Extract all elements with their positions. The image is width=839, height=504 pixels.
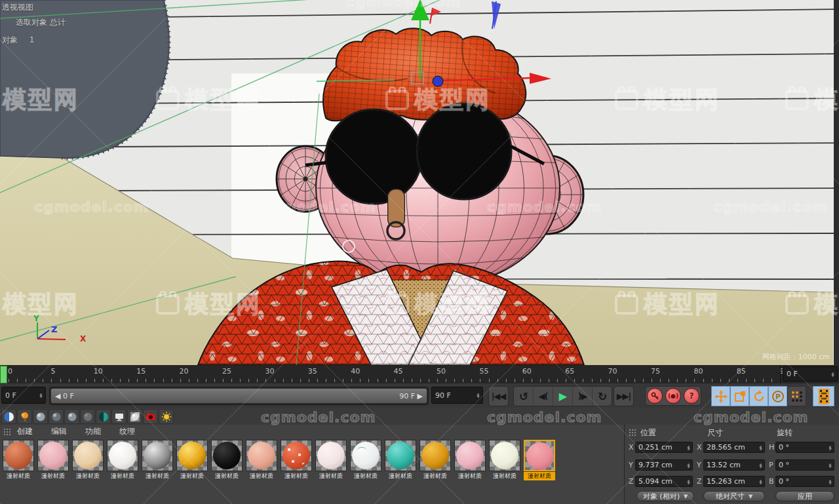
end-frame-value[interactable]: 90 F [435, 391, 475, 400]
make-preview-button[interactable] [813, 386, 834, 406]
rot-p-field[interactable]: 0 °▲▼ [775, 459, 834, 471]
view-label[interactable]: 透视视图 [2, 2, 33, 13]
material-swatch[interactable]: 漫射材质 [72, 440, 104, 480]
pos-y-field[interactable]: 9.737 cm▲▼ [635, 459, 693, 471]
render-sphere-4-button[interactable] [80, 409, 95, 424]
material-sphere-preview [317, 442, 345, 469]
playhead-marker[interactable] [0, 366, 7, 383]
viewport-right-edge [834, 0, 839, 365]
grid-spacing-info: 网格间距：1000 cm [762, 352, 830, 362]
display-mode-button[interactable] [111, 409, 127, 424]
material-swatch[interactable]: 漫射材质 [142, 440, 173, 480]
rot-h-field[interactable]: 0 °▲▼ [775, 442, 834, 453]
scene-canvas: Y Z X [0, 0, 839, 365]
spinner-icon[interactable]: ▲▼ [831, 372, 834, 377]
timeline-range-slider[interactable]: ◀ 0 F 90 F ▶ [49, 387, 429, 405]
render-view-button[interactable] [1, 409, 16, 424]
ruler-frame-value[interactable]: 0 F [787, 370, 829, 378]
next-key-button[interactable]: )▶ [573, 387, 593, 406]
panel-grip-icon[interactable] [629, 429, 636, 436]
menu-edit[interactable]: 编辑 [51, 426, 67, 437]
spinner-icon[interactable]: ▲▼ [477, 393, 479, 398]
material-swatch[interactable]: 漫射材质 [524, 440, 555, 480]
goto-start-icon: |◀◀ [492, 391, 506, 401]
material-swatch[interactable]: 漫射材质 [315, 440, 347, 480]
goto-end-button[interactable]: ▶▶| [614, 387, 633, 406]
gizmo-center-dot[interactable] [433, 76, 443, 87]
svg-text:P: P [775, 393, 780, 401]
material-label: 漫射材质 [107, 472, 138, 480]
pos-z-field[interactable]: 5.094 cm▲▼ [635, 476, 693, 487]
size-x-field[interactable]: 28.565 cm▲▼ [703, 442, 765, 453]
material-sphere-preview [387, 442, 414, 469]
pos-x-field[interactable]: 0.251 cm▲▼ [635, 442, 693, 453]
prev-key-button[interactable]: ◀( [534, 387, 553, 406]
keyframe-options-button[interactable]: ? [682, 387, 701, 405]
material-swatch[interactable]: 漫射材质 [107, 440, 138, 480]
play-button[interactable]: ▶ [553, 387, 573, 406]
material-swatch[interactable]: 漫射材质 [281, 440, 312, 480]
menu-create[interactable]: 创建 [17, 426, 33, 437]
current-frame-value[interactable]: 0 F [5, 391, 37, 400]
material-swatch[interactable]: 漫射材质 [176, 440, 208, 480]
render-settings-icon [98, 412, 109, 422]
render-settings-button[interactable] [96, 409, 111, 424]
rotate-tool-button[interactable] [749, 386, 768, 406]
material-label: 漫射材质 [246, 472, 277, 480]
material-swatch[interactable]: 漫射材质 [385, 440, 416, 480]
film-strip-icon [818, 389, 830, 404]
material-list: 漫射材质漫射材质漫射材质漫射材质漫射材质漫射材质漫射材质漫射材质漫射材质漫射材质… [3, 440, 555, 480]
scale-tool-button[interactable] [730, 386, 749, 406]
autokey-button[interactable]: (●) [664, 387, 682, 405]
record-key-button[interactable] [646, 387, 664, 405]
size-z-field[interactable]: 15.263 cm▲▼ [703, 476, 765, 487]
play-forward-button[interactable]: ↻ [593, 387, 612, 406]
move-tool-button[interactable] [711, 386, 730, 406]
goto-start-button[interactable]: |◀◀ [489, 387, 508, 406]
menu-function[interactable]: 功能 [85, 426, 101, 437]
ruler-frame-field[interactable]: 0 F ▲▼ [783, 366, 838, 381]
size-y-field[interactable]: 13.52 cm▲▼ [703, 459, 765, 471]
ruler-tick-label: 50 [437, 367, 446, 376]
material-swatch[interactable]: 漫射材质 [211, 440, 243, 480]
transport-bar: 0 F ▲▼ ◀ 0 F 90 F ▶ 90 F ▲▼ |◀◀ ↺ ◀( ▶ )… [0, 383, 839, 408]
material-swatch[interactable]: 漫射材质 [454, 440, 486, 480]
spinner-icon[interactable]: ▲▼ [39, 393, 42, 398]
snap-grid-button[interactable] [787, 386, 806, 406]
menu-texture[interactable]: 纹理 [119, 426, 135, 437]
size-mode-dropdown[interactable]: 绝对尺寸▼ [703, 491, 765, 501]
rotate-icon [752, 390, 766, 403]
panel-grip-icon[interactable] [3, 428, 11, 435]
current-frame-field[interactable]: 0 F ▲▼ [1, 387, 46, 404]
end-frame-field[interactable]: 90 F ▲▼ [431, 387, 483, 404]
material-preview-button[interactable] [127, 409, 142, 424]
parent-tool-button[interactable]: P [768, 386, 787, 406]
material-swatch[interactable]: 漫射材质 [3, 440, 34, 480]
timeline-ruler[interactable]: 051015202530354045505560657075808590 0 F… [0, 365, 839, 384]
apply-button[interactable]: 应用 [775, 491, 834, 501]
coord-mode-dropdown[interactable]: 对象 (相对)▼ [636, 491, 694, 501]
chevron-down-icon: ▼ [684, 494, 688, 499]
material-swatch[interactable]: 漫射材质 [37, 440, 69, 480]
next-key-icon: )▶ [578, 391, 587, 401]
rot-b-field[interactable]: 0 °▲▼ [775, 476, 834, 487]
render-sphere-3-button[interactable] [64, 409, 79, 424]
sphere-icon [35, 412, 46, 422]
selection-title: 选取对象 总计 [16, 17, 66, 28]
material-swatch[interactable]: 漫射材质 [246, 440, 277, 480]
render-sphere-1-button[interactable] [33, 409, 48, 424]
material-swatch[interactable]: 漫射材质 [420, 440, 451, 480]
material-swatch[interactable]: 漫射材质 [489, 440, 520, 480]
render-picture-viewer-button[interactable] [17, 409, 32, 424]
material-sphere-preview [491, 442, 518, 469]
ruler-tick-label: 80 [693, 367, 703, 376]
key-icon [647, 388, 663, 404]
play-backward-button[interactable]: ↺ [514, 387, 534, 406]
camera-button[interactable] [143, 409, 158, 424]
viewport-3d[interactable]: Y Z X 透视视图 选取对象 总计 对象 1 网格间距：1000 cm [0, 0, 839, 365]
render-sphere-2-button[interactable] [49, 409, 64, 424]
range-bar[interactable]: ◀ 0 F 90 F ▶ [51, 389, 427, 403]
move-icon [714, 390, 728, 403]
light-button[interactable] [159, 409, 174, 424]
material-swatch[interactable]: 漫射材质 [350, 440, 381, 480]
